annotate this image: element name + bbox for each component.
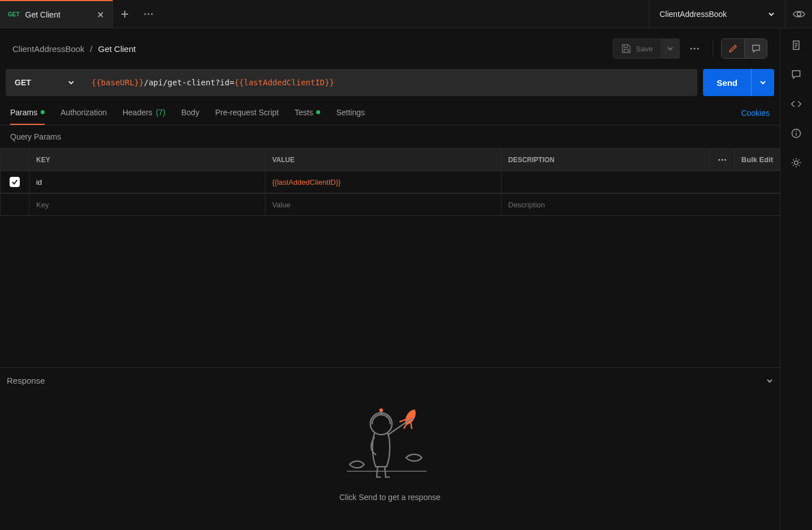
key-placeholder: Key [36,201,49,209]
tab-actions [113,0,160,28]
save-button[interactable]: Save [613,38,680,59]
tab-pre-request-label: Pre-request Script [215,108,279,117]
chevron-down-icon [68,79,75,86]
svg-point-16 [796,131,797,132]
svg-point-0 [145,13,146,15]
eye-icon [793,8,805,20]
url-var-baseurl: {{baseURL}} [91,78,144,87]
tab-settings[interactable]: Settings [336,101,365,125]
header-key: KEY [29,149,265,171]
header-value: VALUE [265,149,501,171]
pencil-icon [728,44,738,54]
tab-headers[interactable]: Headers (7) [123,101,165,125]
tab-headers-count: (7) [156,108,165,117]
save-caret[interactable] [661,39,679,58]
row-description-cell[interactable] [501,171,780,193]
environment-name: ClientAddressBook [660,10,727,19]
svg-point-4 [690,47,692,49]
svg-point-5 [693,47,695,49]
row-description-cell[interactable]: Description [501,194,780,215]
header-description: DESCRIPTION [501,149,710,171]
bulk-edit-button[interactable]: Bulk Edit [735,149,780,171]
breadcrumb-leaf: Get Client [98,44,136,54]
svg-point-3 [797,12,800,15]
breadcrumb-row: ClientAddressBook / Get Client Save [0,28,780,69]
url-path: /api/get-client?id= [144,78,234,87]
response-panel: Response [0,367,780,530]
response-body-empty: Click Send to get a response [0,393,780,530]
astronaut-illustration [345,405,435,484]
tab-body[interactable]: Body [181,101,199,125]
send-button[interactable]: Send [703,69,774,96]
response-label: Response [7,376,45,385]
tab-tests[interactable]: Tests [295,101,321,125]
comment-mode-button[interactable] [744,39,767,58]
http-method-label: GET [15,78,31,87]
send-caret[interactable] [751,69,774,96]
svg-point-17 [794,161,798,165]
environment-quick-look[interactable] [785,0,812,28]
tab-params[interactable]: Params [10,101,45,125]
new-tab-button[interactable] [113,0,137,28]
row-value-cell[interactable]: {{lastAddedClientID}} [265,171,501,193]
chevron-down-icon [766,377,773,384]
svg-point-1 [148,13,150,15]
chevron-down-icon [759,79,766,86]
row-key-cell[interactable]: Key [29,194,265,215]
tab-get-client[interactable]: GET Get Client [0,0,113,28]
svg-point-8 [721,159,723,160]
comments-icon[interactable] [789,68,803,81]
indicator-dot [316,110,320,114]
http-method-select[interactable]: GET [6,69,84,96]
url-var-id: {{lastAddedClientID}} [234,78,334,87]
tab-body-label: Body [181,108,199,117]
breadcrumb-parent[interactable]: ClientAddressBook [12,44,85,54]
tab-authorization[interactable]: Authorization [60,101,107,125]
environment-select[interactable]: ClientAddressBook [649,0,785,28]
comment-icon [751,44,761,54]
svg-point-10 [370,413,391,435]
cookies-label: Cookies [741,108,770,118]
cookies-link[interactable]: Cookies [741,108,770,118]
row-checkbox-cell[interactable] [0,171,29,193]
table-row-empty: Key Value Description [0,193,780,216]
code-icon[interactable] [789,97,803,111]
send-label: Send [703,78,751,88]
url-row: GET {{baseURL}}/api/get-client?id={{last… [0,69,780,96]
table-row: id {{lastAddedClientID}} [0,171,780,193]
more-actions-button[interactable] [684,38,705,59]
response-empty-message: Click Send to get a response [339,493,440,502]
row-key-cell[interactable]: id [29,171,265,193]
svg-point-7 [718,159,720,160]
save-label: Save [636,45,653,53]
documentation-icon[interactable] [789,38,803,52]
info-icon[interactable] [789,127,803,140]
tab-overflow-button[interactable] [137,13,160,15]
response-header[interactable]: Response [0,368,780,393]
close-tab-icon[interactable] [97,11,104,19]
request-subtabs: Params Authorization Headers (7) Body Pr… [0,101,780,125]
tab-pre-request[interactable]: Pre-request Script [215,101,279,125]
query-params-label: Query Params [0,125,780,148]
tab-tests-label: Tests [295,108,313,117]
ellipsis-icon [690,47,699,50]
checkbox-checked[interactable] [10,177,20,187]
related-icon[interactable] [789,156,803,170]
spacer [0,216,780,367]
header-options-button[interactable] [710,149,735,171]
url-input[interactable]: {{baseURL}}/api/get-client?id={{lastAdde… [84,69,697,96]
breadcrumb: ClientAddressBook / Get Client [12,44,136,54]
value-placeholder: Value [272,201,290,209]
mode-toggle [721,38,767,59]
row-value: {{lastAddedClientID}} [272,178,340,186]
breadcrumb-separator: / [90,44,93,54]
tab-title: Get Client [25,10,60,19]
save-icon [621,44,631,54]
tab-headers-label: Headers [123,108,152,117]
svg-point-9 [724,159,726,160]
chevron-down-icon [667,45,674,52]
row-value-cell[interactable]: Value [265,194,501,215]
bulk-edit-label: Bulk Edit [741,155,773,164]
response-caret[interactable] [766,377,773,384]
edit-mode-button[interactable] [722,39,744,58]
